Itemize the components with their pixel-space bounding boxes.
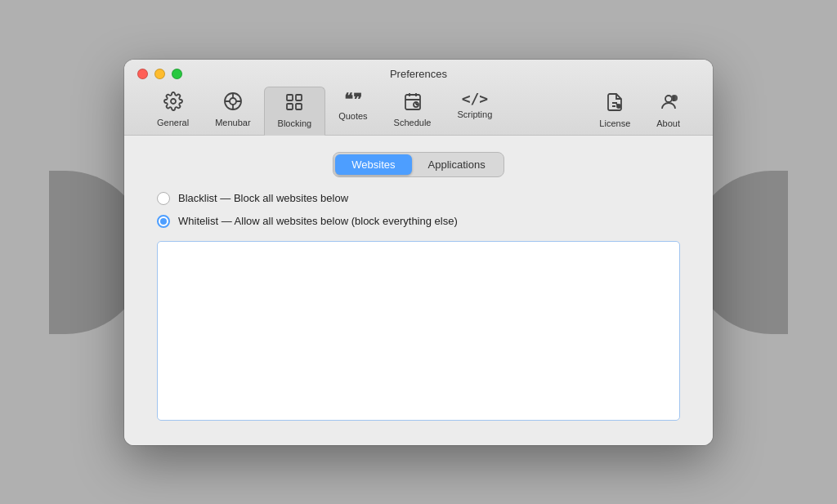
segmented-control: Websites Applications xyxy=(149,152,688,177)
svg-rect-8 xyxy=(296,95,302,100)
schedule-icon xyxy=(403,91,423,114)
svg-rect-9 xyxy=(287,104,293,109)
general-label: General xyxy=(157,118,189,127)
scripting-icon: </> xyxy=(462,91,489,106)
svg-rect-7 xyxy=(287,95,293,100)
minimize-button[interactable] xyxy=(154,69,165,79)
radio-group: Blacklist — Block all websites below Whi… xyxy=(149,192,688,228)
toolbar-right: License i About xyxy=(586,87,693,135)
window-title: Preferences xyxy=(390,68,447,80)
license-label: License xyxy=(599,118,630,128)
toolbar: General xyxy=(137,87,700,135)
toolbar-item-schedule[interactable]: Schedule xyxy=(381,87,445,135)
svg-point-2 xyxy=(230,98,236,105)
license-icon xyxy=(605,92,624,115)
toolbar-item-general[interactable]: General xyxy=(144,87,202,135)
general-icon xyxy=(163,91,183,114)
preferences-window: Preferences General xyxy=(124,60,713,445)
radio-item-whitelist[interactable]: Whitelist — Allow all websites below (bl… xyxy=(157,215,680,228)
radio-circle-whitelist xyxy=(157,215,170,228)
quotes-icon: ❝❞ xyxy=(344,91,362,108)
svg-point-0 xyxy=(171,99,176,104)
website-list[interactable] xyxy=(157,241,680,421)
svg-text:i: i xyxy=(673,96,674,101)
radio-circle-blacklist xyxy=(157,192,170,205)
quotes-label: Quotes xyxy=(338,111,367,121)
toolbar-item-about[interactable]: i About xyxy=(643,87,693,135)
close-button[interactable] xyxy=(137,69,148,79)
svg-line-21 xyxy=(616,104,618,105)
toolbar-item-menubar[interactable]: Menubar xyxy=(202,87,263,135)
menubar-icon xyxy=(223,91,243,114)
seg-btn-websites[interactable]: Websites xyxy=(335,154,411,175)
blocking-icon xyxy=(284,92,304,115)
svg-point-22 xyxy=(665,96,672,102)
toolbar-item-blocking[interactable]: Blocking xyxy=(264,87,326,136)
toolbar-item-quotes[interactable]: ❝❞ Quotes xyxy=(325,87,380,135)
toolbar-item-scripting[interactable]: </> Scripting xyxy=(444,87,505,135)
toolbar-left: General xyxy=(144,87,505,135)
radio-label-whitelist: Whitelist — Allow all websites below (bl… xyxy=(178,215,458,227)
maximize-button[interactable] xyxy=(172,69,182,79)
about-label: About xyxy=(656,118,680,128)
svg-rect-10 xyxy=(296,104,302,109)
menubar-label: Menubar xyxy=(215,118,250,127)
window-controls xyxy=(137,69,182,79)
toolbar-item-license[interactable]: License xyxy=(586,87,643,135)
blocking-label: Blocking xyxy=(278,118,312,128)
schedule-label: Schedule xyxy=(394,118,432,127)
radio-label-blacklist: Blacklist — Block all websites below xyxy=(178,192,348,204)
scripting-label: Scripting xyxy=(457,109,492,119)
content-area: Websites Applications Blacklist — Block … xyxy=(124,136,713,445)
seg-btn-applications[interactable]: Applications xyxy=(412,154,502,175)
titlebar: Preferences General xyxy=(124,60,713,136)
radio-item-blacklist[interactable]: Blacklist — Block all websites below xyxy=(157,192,680,205)
about-icon: i xyxy=(659,92,678,115)
seg-wrap: Websites Applications xyxy=(333,152,504,177)
